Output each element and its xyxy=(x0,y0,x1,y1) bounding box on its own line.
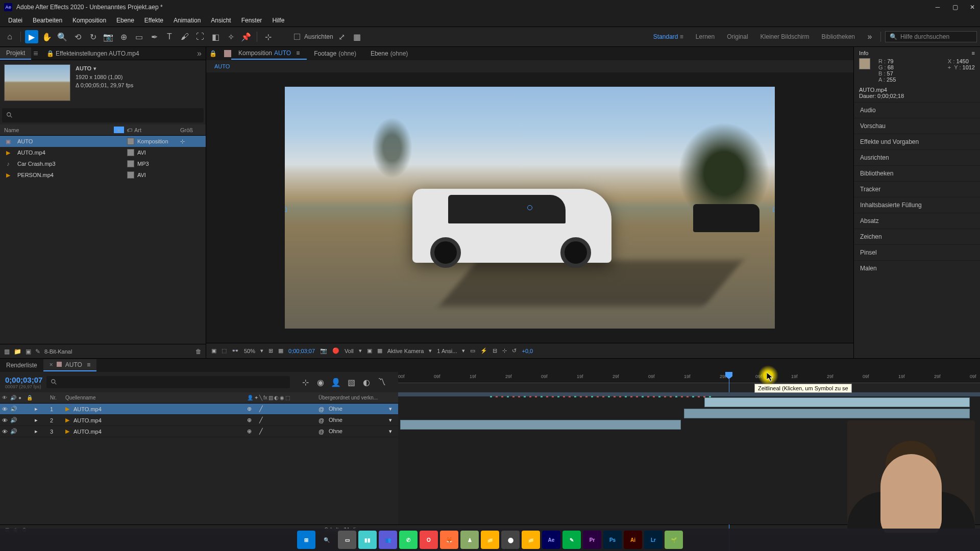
adjustment-icon[interactable]: ✎ xyxy=(35,348,40,355)
panel-pinsel[interactable]: Pinsel xyxy=(854,244,980,260)
panel-malen[interactable]: Malen xyxy=(854,260,980,276)
folder-icon[interactable]: 📁 xyxy=(14,348,21,355)
normal-switch[interactable]: ⊕ xyxy=(247,406,252,412)
lock-icon[interactable]: 🔒 xyxy=(209,50,217,57)
taskbar-app-icon[interactable]: ✆ xyxy=(399,531,418,549)
local-axis-icon[interactable]: ⊹ xyxy=(261,30,275,43)
layer-clip[interactable] xyxy=(400,420,681,430)
selection-tool[interactable]: ▶ xyxy=(25,30,38,43)
panel-overflow-icon[interactable]: » xyxy=(193,49,206,58)
col-label-icon[interactable]: 🏷 xyxy=(124,127,134,133)
item-label-color[interactable] xyxy=(127,149,134,156)
taskbar-app-icon[interactable]: 👥 xyxy=(379,531,397,549)
interpret-icon[interactable]: ▦ xyxy=(4,348,10,355)
panel-absatz[interactable]: Absatz xyxy=(854,213,980,229)
frame-blend-icon[interactable]: ▧ xyxy=(345,376,357,388)
pickwhip-icon[interactable]: @ xyxy=(316,406,327,412)
col-size[interactable]: Größ xyxy=(180,127,206,133)
snap-options-icon[interactable]: ⤢ xyxy=(335,30,349,43)
parent-dropdown[interactable]: Ohne xyxy=(329,428,342,434)
taskbar-app-icon[interactable]: ▭ xyxy=(338,531,356,549)
graph-editor-icon[interactable]: 〽 xyxy=(376,376,388,388)
workspace-kleiner-bildschirm[interactable]: Kleiner Bildschirm xyxy=(754,31,816,42)
viewer-timecode[interactable]: 0;00;03;07 xyxy=(288,348,315,354)
orbit-tool[interactable]: ⟲ xyxy=(71,30,84,43)
tab-composition[interactable]: Komposition AUTO ≡ xyxy=(231,47,307,60)
always-preview-icon[interactable]: ▣ xyxy=(211,347,216,354)
timeline-icon[interactable]: ⊟ xyxy=(493,347,497,354)
comp-breadcrumb[interactable]: AUTO xyxy=(206,60,853,72)
workspace-original[interactable]: Original xyxy=(721,31,754,42)
taskbar-app-icon[interactable]: ♟ xyxy=(460,531,479,549)
rotate-tool[interactable]: ↻ xyxy=(86,30,100,43)
bit-depth-label[interactable]: 8-Bit-Kanal xyxy=(44,348,72,355)
menu-komposition[interactable]: Komposition xyxy=(67,17,111,24)
workspace-standard[interactable]: Standard ≡ xyxy=(647,31,690,42)
parent-dropdown[interactable]: Ohne xyxy=(329,406,342,412)
hand-tool[interactable]: ✋ xyxy=(40,30,54,43)
playhead-icon[interactable] xyxy=(725,372,732,379)
anchor-point-icon[interactable] xyxy=(527,205,532,210)
help-search[interactable]: 🔍 Hilfe durchsuchen xyxy=(885,31,977,42)
layer-name[interactable]: AUTO.mp4 xyxy=(71,406,245,412)
parent-dropdown[interactable]: Ohne xyxy=(329,417,342,423)
expand-icon[interactable]: ▸ xyxy=(33,428,40,435)
taskbar-app-icon[interactable]: ⊞ xyxy=(297,531,315,549)
panel-audio[interactable]: Audio xyxy=(854,102,980,118)
tab-footage[interactable]: Footage (ohne) xyxy=(307,48,363,59)
menu-ansicht[interactable]: Ansicht xyxy=(206,17,236,24)
shape-tool[interactable]: ▭ xyxy=(132,30,145,43)
taskbar-app-icon[interactable]: 📁 xyxy=(481,531,499,549)
panel-menu-icon[interactable]: ≡ xyxy=(972,50,975,56)
motion-blur-icon[interactable]: ◐ xyxy=(360,376,373,388)
snapshot-icon[interactable]: 📷 xyxy=(320,347,327,354)
comp-mini-flowchart-icon[interactable]: ⊹ xyxy=(299,376,311,388)
brush-tool[interactable]: 🖌 xyxy=(178,30,191,43)
visibility-toggle[interactable]: 👁 xyxy=(0,406,8,412)
trash-icon[interactable]: 🗑 xyxy=(195,348,202,355)
project-item[interactable]: ▣AUTOKomposition⊹ xyxy=(0,136,206,147)
col-type[interactable]: Art xyxy=(134,127,180,133)
timeline-timecode[interactable]: 0;00;03;07 xyxy=(5,375,42,384)
menu-bearbeiten[interactable]: Bearbeiten xyxy=(28,17,67,24)
taskbar-app-icon[interactable]: Ae xyxy=(542,531,560,549)
audio-toggle[interactable]: 🔊 xyxy=(8,406,16,412)
taskbar-app-icon[interactable]: 📁 xyxy=(522,531,540,549)
layer-clip[interactable] xyxy=(684,409,970,418)
taskbar-app-icon[interactable]: Lr xyxy=(644,531,663,549)
taskbar-app-icon[interactable]: Pr xyxy=(583,531,601,549)
audio-toggle[interactable]: 🔊 xyxy=(8,417,16,423)
type-tool[interactable]: T xyxy=(163,30,176,43)
menu-hilfe[interactable]: Hilfe xyxy=(267,17,289,24)
home-icon[interactable]: ⌂ xyxy=(3,30,16,43)
expand-icon[interactable]: ▸ xyxy=(33,417,40,423)
draft-icon[interactable]: ⬚ xyxy=(222,347,227,354)
timeline-layer[interactable]: 👁🔊▸3▶AUTO.mp4⊕ ╱@Ohne ▾ xyxy=(0,426,398,437)
col-name[interactable]: Name xyxy=(0,127,114,133)
visibility-toggle[interactable]: 👁 xyxy=(0,429,8,435)
camera-tool[interactable]: 📷 xyxy=(102,30,115,43)
taskbar-app-icon[interactable]: 🔍 xyxy=(317,531,336,549)
draft-3d-icon[interactable]: ◉ xyxy=(314,376,327,388)
tab-menu-icon[interactable]: ≡ xyxy=(296,49,300,57)
taskbar-app-icon[interactable]: Ai xyxy=(624,531,642,549)
pen-tool[interactable]: ✒ xyxy=(148,30,161,43)
maximize-button[interactable]: ▢ xyxy=(951,4,959,11)
normal-switch[interactable]: ⊕ xyxy=(247,417,252,423)
menu-animation[interactable]: Animation xyxy=(168,17,206,24)
tab-menu-icon[interactable]: ≡ xyxy=(87,361,90,368)
expand-icon[interactable]: ▸ xyxy=(33,406,40,412)
panel-inhaltsbasierte-füllung[interactable]: Inhaltsbasierte Füllung xyxy=(854,197,980,213)
workspace-lernen[interactable]: Lernen xyxy=(690,31,721,42)
new-comp-icon[interactable]: ▣ xyxy=(26,348,31,355)
zoom-tool[interactable]: 🔍 xyxy=(56,30,69,43)
pixel-aspect-icon[interactable]: ▭ xyxy=(470,347,475,354)
panel-tracker[interactable]: Tracker xyxy=(854,181,980,197)
transparency-icon[interactable]: ▦ xyxy=(278,347,283,354)
taskbar-app-icon[interactable]: Ps xyxy=(603,531,622,549)
dropdown-icon[interactable]: ▾ xyxy=(93,64,96,73)
taskbar-app-icon[interactable]: ✎ xyxy=(562,531,581,549)
timeline-search[interactable] xyxy=(46,376,290,388)
time-ruler[interactable]: 00f09f19f29f09f19f29f09f19f29f09f19f29f0… xyxy=(398,372,980,383)
clone-tool[interactable]: ⛶ xyxy=(193,30,207,43)
